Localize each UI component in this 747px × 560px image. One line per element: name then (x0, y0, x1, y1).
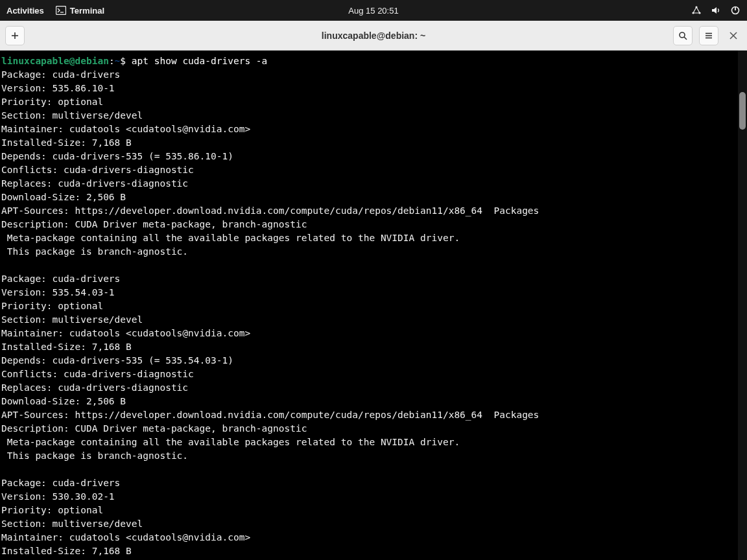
command-text: apt show cuda-drivers -a (126, 56, 267, 66)
search-button[interactable] (673, 26, 693, 45)
network-icon[interactable] (691, 5, 702, 16)
gnome-top-bar: Activities Terminal Aug 15 20:51 (0, 0, 747, 21)
hamburger-menu-button[interactable] (699, 26, 718, 45)
window-title: linuxcapable@debian: ~ (322, 30, 425, 41)
terminal-viewport[interactable]: linuxcapable@debian:~$ apt show cuda-dri… (0, 51, 747, 560)
activities-button[interactable]: Activities (6, 6, 44, 16)
svg-line-10 (684, 37, 687, 40)
prompt-separator: : (109, 56, 115, 66)
scrollbar-track[interactable] (738, 51, 747, 560)
svg-rect-0 (56, 6, 65, 15)
scrollbar-thumb[interactable] (739, 92, 746, 130)
terminal-icon (56, 6, 66, 15)
close-button[interactable] (725, 27, 742, 44)
top-bar-left: Activities Terminal (6, 6, 104, 16)
window-titlebar: linuxcapable@debian: ~ (0, 21, 747, 51)
prompt-dollar: $ (120, 56, 126, 66)
volume-icon[interactable] (711, 5, 721, 16)
current-app-indicator[interactable]: Terminal (56, 6, 104, 16)
power-icon[interactable] (730, 5, 741, 16)
prompt-userhost: linuxcapable@debian (1, 56, 109, 66)
svg-point-9 (680, 32, 685, 38)
current-app-label: Terminal (70, 6, 104, 16)
terminal-output: Package: cuda-drivers Version: 535.86.10… (1, 69, 539, 556)
new-tab-button[interactable] (5, 26, 25, 45)
system-tray (691, 5, 741, 16)
clock[interactable]: Aug 15 20:51 (348, 6, 398, 16)
